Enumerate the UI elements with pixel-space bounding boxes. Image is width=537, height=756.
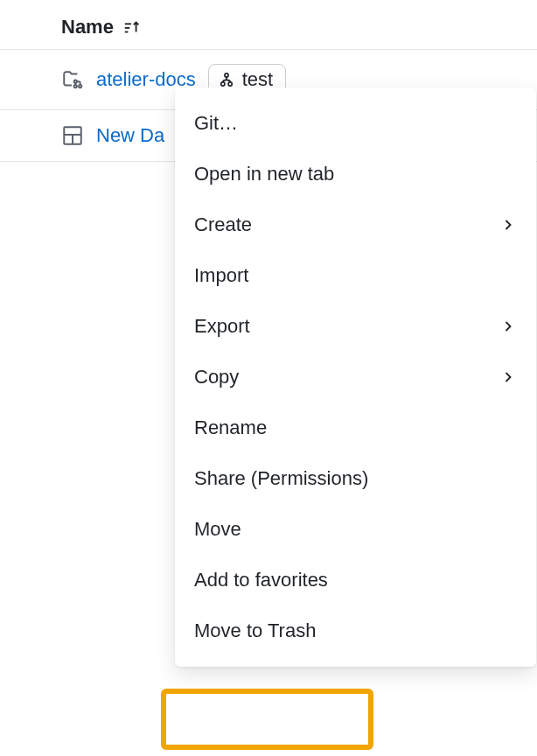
menu-share[interactable]: Share (Permissions) [175,453,536,504]
svg-point-1 [79,85,81,88]
menu-move[interactable]: Move [175,504,536,555]
menu-copy[interactable]: Copy [175,352,536,402]
menu-git[interactable]: Git… [175,98,536,149]
svg-point-3 [225,74,228,77]
branch-icon [218,71,235,88]
dashboard-icon [61,124,84,147]
svg-point-4 [220,82,224,86]
svg-point-5 [228,82,232,86]
menu-move-to-trash[interactable]: Move to Trash [175,606,536,656]
menu-rename[interactable]: Rename [175,402,536,453]
menu-open-new-tab[interactable]: Open in new tab [175,149,536,200]
svg-point-2 [74,85,77,88]
chevron-right-icon [499,216,517,234]
column-header[interactable]: Name [0,0,537,50]
menu-create[interactable]: Create [175,200,536,250]
highlight-annotation [161,689,373,750]
svg-point-0 [74,80,77,83]
menu-export[interactable]: Export [175,301,536,352]
menu-import[interactable]: Import [175,250,536,301]
item-name[interactable]: New Da [96,124,164,147]
chevron-right-icon [499,318,517,335]
context-menu: Git… Open in new tab Create Import Expor… [175,88,536,667]
chevron-right-icon [499,368,517,386]
git-folder-icon [61,68,84,91]
sort-ascending-icon[interactable] [122,18,142,37]
column-header-name: Name [61,16,114,38]
menu-add-favorites[interactable]: Add to favorites [175,555,536,606]
